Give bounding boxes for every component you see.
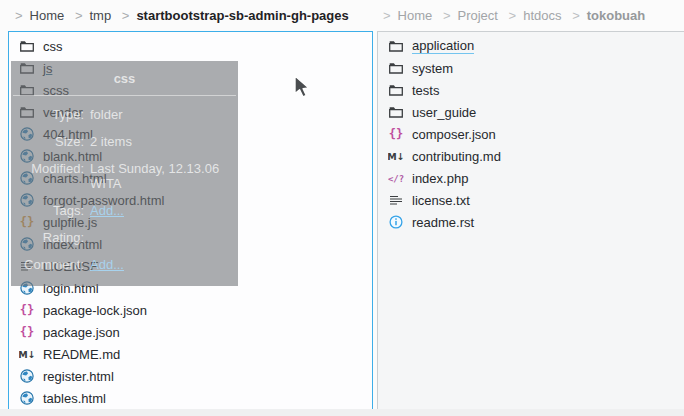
php-icon: </? [388,170,404,186]
breadcrumb-separator: > [376,8,398,23]
tooltip-row-label: Tags: [11,197,84,224]
file-name: system [412,61,453,76]
json-icon: {} [19,324,35,340]
file-name: application [412,38,474,54]
file-row-contributing.md[interactable]: M↓ contributing.md [378,145,684,167]
file-name: package-lock.json [43,303,147,318]
breadcrumb-item[interactable]: tmp [90,8,112,23]
breadcrumb-item[interactable]: tokobuah [587,8,646,23]
svg-text:M↓: M↓ [19,349,35,360]
file-row-license.txt[interactable]: license.txt [378,189,684,211]
breadcrumb-separator: > [565,8,587,23]
breadcrumb-right: >Home >Project >htdocs >tokobuah [376,0,645,31]
breadcrumb-item[interactable]: Home [398,8,433,23]
textlines-icon [388,192,404,208]
breadcrumb-item[interactable]: htdocs [523,8,561,23]
breadcrumb-left: >Home >tmp >startbootstrap-sb-admin-gh-p… [8,0,349,31]
tooltip-row-value: 2 items [90,134,132,149]
breadcrumb-separator: > [502,8,524,23]
svg-text:</?: </? [388,174,404,184]
file-name: README.md [43,347,120,362]
tooltip-row: Type: folder [11,101,226,128]
file-name: register.html [43,369,114,384]
globe-icon [19,368,35,384]
file-name: tables.html [43,391,106,406]
globe-icon [19,390,35,406]
tooltip-row-value: folder [90,107,123,122]
breadcrumb-item[interactable]: startbootstrap-sb-admin-gh-pages [136,8,348,23]
file-row-readme.rst[interactable]: readme.rst [378,211,684,233]
json-icon: {} [19,302,35,318]
tooltip-row: Comment: Add... [11,251,226,278]
file-name: css [43,39,63,54]
tooltip-row-label: Comment: [11,251,84,278]
file-row-tests[interactable]: tests [378,79,684,101]
file-row-register.html[interactable]: register.html [9,365,372,387]
breadcrumb-separator: > [115,8,137,23]
file-row-composer.json[interactable]: {} composer.json [378,123,684,145]
tooltip-row-label: Size: [11,128,84,155]
file-row-system[interactable]: system [378,57,684,79]
tooltip-row-label: Type: [11,101,84,128]
file-row-README.md[interactable]: M↓ README.md [9,343,372,365]
file-row-tables.html[interactable]: tables.html [9,387,372,409]
file-row-user_guide[interactable]: user_guide [378,101,684,123]
file-name: composer.json [412,127,496,142]
tooltip-row: Rating: [11,224,226,251]
mouse-cursor [293,75,313,101]
file-name: user_guide [412,105,476,120]
folder-icon [19,38,35,54]
tooltip-row-value: Add... [90,257,124,272]
tooltip-row-value: Add... [90,203,124,218]
breadcrumb-separator: > [8,8,30,23]
file-name: tests [412,83,439,98]
folder-icon [388,104,404,120]
file-name: index.php [412,171,468,186]
right-panel-file-list: application system tests user_guide {} c… [377,31,684,412]
tooltip-separator [13,95,236,96]
tooltip-row: Size: 2 items [11,128,226,155]
tooltip-title: css [11,61,238,93]
status-bar-strip [0,409,684,416]
file-row-package.json[interactable]: {} package.json [9,321,372,343]
tooltip-row-label: Modified: [11,155,84,197]
file-info-tooltip: css Type: folder Size: 2 items Modified:… [11,61,238,286]
breadcrumb-separator: > [436,8,458,23]
breadcrumb-separator: > [68,8,90,23]
folder-icon [388,60,404,76]
file-row-application[interactable]: application [378,35,684,57]
info-icon [388,214,404,230]
svg-text:{}: {} [20,325,34,339]
svg-text:{}: {} [20,303,34,317]
file-name: readme.rst [412,215,474,230]
tooltip-row-value: Last Sunday, 12.13.06 WITA [90,161,226,191]
tooltip-row: Modified: Last Sunday, 12.13.06 WITA [11,155,226,197]
json-icon: {} [388,126,404,142]
svg-text:M↓: M↓ [388,151,404,162]
tooltip-row-label: Rating: [11,224,84,251]
breadcrumb-item[interactable]: Home [30,8,65,23]
file-name: contributing.md [412,149,501,164]
file-row-index.php[interactable]: </? index.php [378,167,684,189]
svg-text:{}: {} [389,127,403,141]
file-name: license.txt [412,193,470,208]
file-name: package.json [43,325,120,340]
file-row-css[interactable]: css [9,35,372,57]
folder-icon [388,38,404,54]
url-navigator-bar: >Home >tmp >startbootstrap-sb-admin-gh-p… [0,0,684,31]
file-row-package-lock.json[interactable]: {} package-lock.json [9,299,372,321]
tooltip-row: Tags: Add... [11,197,226,224]
folder-icon [388,82,404,98]
markdown-icon: M↓ [19,346,35,362]
breadcrumb-item[interactable]: Project [458,8,498,23]
markdown-icon: M↓ [388,148,404,164]
